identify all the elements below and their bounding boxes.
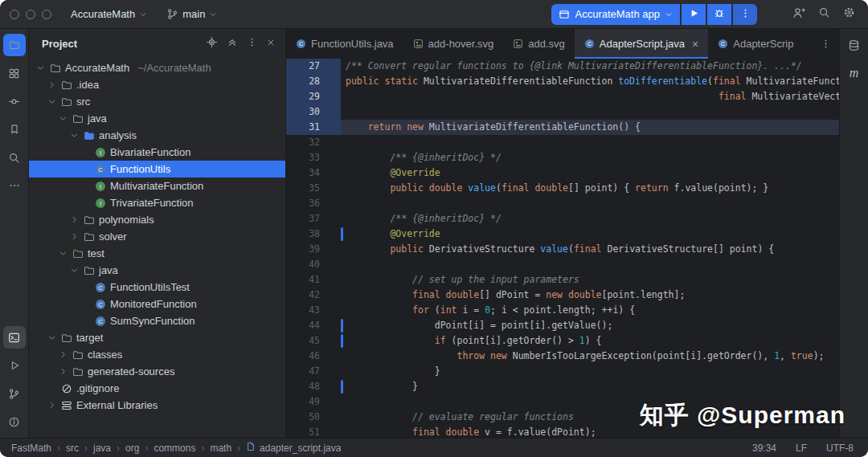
chevron-down-icon[interactable]	[58, 249, 68, 258]
collapse-all-button[interactable]	[227, 36, 238, 51]
tree-item-External Libraries[interactable]: External Libraries	[29, 397, 285, 414]
code-line[interactable]: 40	[286, 257, 839, 272]
search-tool-button[interactable]	[3, 146, 26, 169]
line-number[interactable]: 27	[286, 59, 341, 74]
breadcrumb-item[interactable]: org	[125, 443, 139, 454]
tree-item-MultivariateFunction[interactable]: IMultivariateFunction	[29, 177, 285, 194]
code-line[interactable]: 35 public double value(final double[] po…	[286, 181, 839, 196]
line-number[interactable]: 41	[286, 272, 341, 288]
chevron-down-icon[interactable]	[69, 266, 80, 275]
tree-item-polynomials[interactable]: polynomials	[29, 211, 285, 228]
line-number[interactable]: 42	[286, 288, 341, 303]
settings-button[interactable]	[843, 6, 855, 22]
close-tab-icon[interactable]: ×	[692, 39, 698, 50]
line-number[interactable]: 50	[286, 410, 341, 425]
chevron-right-icon[interactable]	[47, 401, 57, 410]
run-tool-button[interactable]	[3, 354, 26, 377]
tree-item-MonitoredFunction[interactable]: CMonitoredFunction	[29, 296, 285, 312]
project-selector[interactable]: AccurateMath	[71, 8, 147, 20]
line-number[interactable]: 40	[286, 257, 341, 272]
project-tool-button[interactable]	[3, 34, 26, 56]
breadcrumb-item[interactable]: FastMath	[11, 443, 51, 454]
code-line[interactable]: 39 public DerivativeStructure value(fina…	[286, 242, 839, 257]
line-number[interactable]: 30	[286, 104, 341, 120]
code-line[interactable]: 44 dPoint[i] = point[i].getValue();	[286, 318, 839, 333]
tree-item-java[interactable]: java	[29, 110, 285, 127]
tree-item-target[interactable]: target	[29, 329, 285, 346]
debug-button[interactable]	[707, 4, 731, 25]
chevron-down-icon[interactable]	[47, 97, 57, 106]
tab-FunctionUtils.java[interactable]: CFunctionUtils.java	[286, 29, 403, 59]
code-line[interactable]: 27/** Convert regular functions to {@lin…	[286, 59, 839, 74]
code-line[interactable]: 38 @Override	[286, 226, 839, 242]
line-number[interactable]: 51	[286, 425, 341, 438]
zoom-window-button[interactable]	[42, 10, 51, 19]
tree-item-analysis[interactable]: analysis	[29, 127, 285, 144]
line-number[interactable]: 36	[286, 196, 341, 211]
bookmarks-tool-button[interactable]	[3, 118, 26, 141]
search-everywhere-button[interactable]	[818, 6, 830, 22]
code-line[interactable]: 30	[286, 104, 839, 120]
line-number[interactable]: 32	[286, 135, 341, 150]
chevron-down-icon[interactable]	[35, 63, 46, 72]
line-number[interactable]: 31	[286, 120, 341, 135]
code-line[interactable]: 28public static MultivariateDifferentiab…	[286, 74, 839, 89]
tree-item-FunctionUtils[interactable]: CFunctionUtils	[29, 161, 285, 177]
code-line[interactable]: 47 }	[286, 364, 839, 379]
code-line[interactable]: 48 }	[286, 379, 839, 394]
file-encoding[interactable]: UTF-8	[826, 443, 854, 454]
maven-tool-button[interactable]: m	[843, 62, 866, 84]
line-number[interactable]: 34	[286, 165, 341, 181]
tree-item-classes[interactable]: classes	[29, 346, 285, 363]
code-line[interactable]: 46 throw new NumberIsTooLargeException(p…	[286, 349, 839, 364]
run-button[interactable]	[682, 4, 706, 25]
line-number[interactable]: 46	[286, 349, 341, 364]
chevron-right-icon[interactable]	[69, 215, 80, 224]
line-number[interactable]: 43	[286, 303, 341, 318]
terminal-tool-button[interactable]	[3, 326, 26, 349]
chevron-right-icon[interactable]	[69, 232, 80, 241]
chevron-down-icon[interactable]	[47, 333, 57, 342]
tree-item-java[interactable]: java	[29, 262, 285, 279]
tree-item-BivariateFunction[interactable]: IBivariateFunction	[29, 144, 285, 161]
line-number[interactable]: 49	[286, 394, 341, 410]
git-tool-button[interactable]	[3, 382, 26, 405]
line-number[interactable]: 44	[286, 318, 341, 333]
code-with-me-button[interactable]	[792, 6, 805, 22]
breadcrumb-item[interactable]: java	[93, 443, 111, 454]
chevron-right-icon[interactable]	[58, 367, 68, 376]
problems-tool-button[interactable]	[3, 410, 26, 433]
database-tool-button[interactable]	[843, 34, 866, 56]
code-line[interactable]: 29 final MultivariateVectorFunction grad…	[286, 89, 839, 104]
line-number[interactable]: 37	[286, 211, 341, 226]
branch-selector[interactable]: main	[166, 8, 217, 20]
line-number[interactable]: 39	[286, 242, 341, 257]
tree-item-FunctionUtilsTest[interactable]: CFunctionUtilsTest	[29, 279, 285, 296]
more-tool-windows-button[interactable]	[3, 174, 26, 197]
kebab-button[interactable]	[247, 36, 257, 51]
close-window-button[interactable]	[10, 10, 19, 19]
breadcrumb-item[interactable]: src	[66, 443, 79, 454]
chevron-down-icon[interactable]	[69, 131, 80, 140]
locate-button[interactable]	[206, 36, 218, 51]
run-configuration-selector[interactable]: AccurateMath app	[551, 4, 680, 25]
tree-item-.gitignore[interactable]: .gitignore	[29, 380, 285, 397]
minimize-window-button[interactable]	[26, 10, 35, 19]
run-more-button[interactable]	[733, 4, 757, 25]
tree-item-src[interactable]: src	[29, 93, 285, 110]
code-line[interactable]: 37 /** {@inheritDoc} */	[286, 211, 839, 226]
tab-AdapterScrip[interactable]: CAdapterScrip	[708, 29, 803, 59]
tree-item-.idea[interactable]: .idea	[29, 76, 285, 93]
breadcrumb-file[interactable]: adapter_script.java	[246, 442, 341, 454]
line-number[interactable]: 35	[286, 181, 341, 196]
code-line[interactable]: 42 final double[] dPoint = new double[po…	[286, 288, 839, 303]
code-line[interactable]: 31 return new MultivariateDifferentiable…	[286, 120, 839, 135]
code-line[interactable]: 43 for (int i = 0; i < point.length; ++i…	[286, 303, 839, 318]
tree-item-AccurateMath[interactable]: AccurateMath~/AccurateMath	[29, 59, 285, 76]
tab-add.svg[interactable]: add.svg	[503, 29, 575, 59]
code-line[interactable]: 45 if (point[i].getOrder() > 1) {	[286, 333, 839, 349]
code-line[interactable]: 33 /** {@inheritDoc} */	[286, 150, 839, 165]
line-number[interactable]: 45	[286, 333, 341, 349]
tree-item-generated-sources[interactable]: generated-sources	[29, 363, 285, 380]
tree-item-test[interactable]: test	[29, 245, 285, 262]
